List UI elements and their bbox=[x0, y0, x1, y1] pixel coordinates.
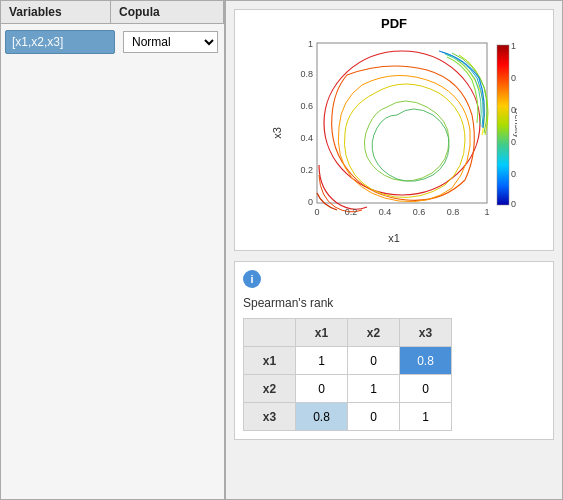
pdf-container: PDF x3 bbox=[234, 9, 554, 251]
right-panel: PDF x3 bbox=[226, 1, 562, 499]
cell-x3-x3[interactable]: 1 bbox=[400, 403, 452, 431]
info-section: i Spearman's rank x1 x2 x3 x1 1 bbox=[234, 261, 554, 440]
svg-rect-2 bbox=[497, 45, 509, 205]
cell-x3-x2[interactable]: 0 bbox=[348, 403, 400, 431]
cb-tick-04: 0.4 bbox=[511, 137, 517, 147]
info-icon[interactable]: i bbox=[243, 270, 261, 288]
cb-tick-0: 0 bbox=[511, 199, 516, 209]
x-tick-02: 0.2 bbox=[345, 207, 358, 217]
density-label: Density bbox=[513, 108, 517, 139]
y-tick-08: 0.8 bbox=[300, 69, 313, 79]
cb-tick-02: 0.2 bbox=[511, 169, 517, 179]
x-tick-06: 0.6 bbox=[413, 207, 426, 217]
variables-row: [x1,x2,x3] Normal t Clayton Gumbel Frank bbox=[1, 24, 224, 60]
cell-x2-x3[interactable]: 0 bbox=[400, 375, 452, 403]
table-row: x3 0.8 0 1 bbox=[244, 403, 452, 431]
y-tick-1: 1 bbox=[308, 39, 313, 49]
cb-tick-08: 0.8 bbox=[511, 73, 517, 83]
corr-header-x1: x1 bbox=[296, 319, 348, 347]
corr-header-x3: x3 bbox=[400, 319, 452, 347]
x-tick-08: 0.8 bbox=[447, 207, 460, 217]
cell-x1-x1[interactable]: 1 bbox=[296, 347, 348, 375]
table-row: x2 0 1 0 bbox=[244, 375, 452, 403]
cb-tick-1: 1 bbox=[511, 41, 516, 51]
y-tick-04: 0.4 bbox=[300, 133, 313, 143]
table-row: x1 1 0 0.8 bbox=[244, 347, 452, 375]
spearman-title: Spearman's rank bbox=[243, 296, 545, 310]
cell-x1-x3[interactable]: 0.8 bbox=[400, 347, 452, 375]
variables-cell[interactable]: [x1,x2,x3] bbox=[5, 30, 115, 54]
y-tick-02: 0.2 bbox=[300, 165, 313, 175]
corr-header-empty bbox=[244, 319, 296, 347]
correlation-table: x1 x2 x3 x1 1 0 0.8 x2 bbox=[243, 318, 452, 431]
copula-select[interactable]: Normal t Clayton Gumbel Frank bbox=[123, 31, 218, 53]
row-header-x2: x2 bbox=[244, 375, 296, 403]
row-header-x1: x1 bbox=[244, 347, 296, 375]
cell-x3-x1[interactable]: 0.8 bbox=[296, 403, 348, 431]
cell-x1-x2[interactable]: 0 bbox=[348, 347, 400, 375]
corr-header-x2: x2 bbox=[348, 319, 400, 347]
y-axis-label: x3 bbox=[271, 127, 283, 139]
copula-cell: Normal t Clayton Gumbel Frank bbox=[119, 29, 224, 55]
row-header-x3: x3 bbox=[244, 403, 296, 431]
pdf-title: PDF bbox=[381, 16, 407, 31]
x-tick-04: 0.4 bbox=[379, 207, 392, 217]
variables-column-header: Variables bbox=[1, 1, 111, 23]
main-container: Variables Copula [x1,x2,x3] Normal t Cla… bbox=[0, 0, 563, 500]
x-tick-0: 0 bbox=[314, 207, 319, 217]
left-panel: Variables Copula [x1,x2,x3] Normal t Cla… bbox=[1, 1, 226, 499]
copula-column-header: Copula bbox=[111, 1, 224, 23]
cell-x2-x1[interactable]: 0 bbox=[296, 375, 348, 403]
cell-x2-x2[interactable]: 1 bbox=[348, 375, 400, 403]
x-axis-label: x1 bbox=[388, 232, 400, 244]
plot-svg: 0 0.2 0.4 0.6 0.8 1 0 0.2 0.4 0.6 0.8 1 bbox=[287, 35, 517, 230]
left-panel-header: Variables Copula bbox=[1, 1, 224, 24]
x-tick-1: 1 bbox=[484, 207, 489, 217]
y-tick-06: 0.6 bbox=[300, 101, 313, 111]
y-tick-0: 0 bbox=[308, 197, 313, 207]
